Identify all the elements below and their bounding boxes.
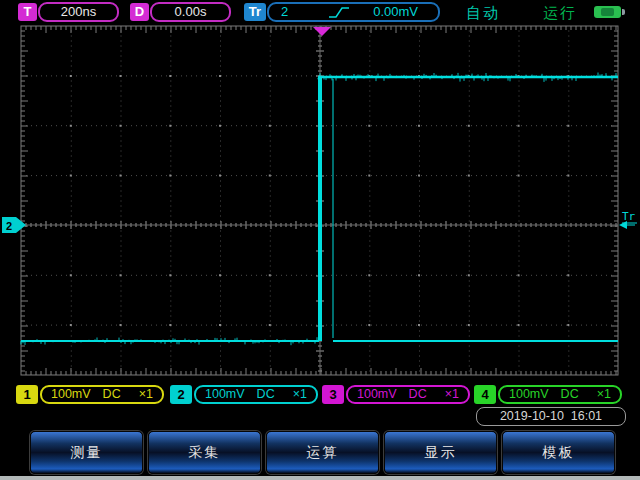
screen-bottom-strip xyxy=(0,476,640,480)
menu-button-acquire[interactable]: 采集 xyxy=(148,431,261,474)
channel-3-badge: 3 xyxy=(322,385,344,404)
channel-4-status[interactable]: 4 100mV DC ×1 xyxy=(474,385,622,404)
channel-3-scale: 100mV xyxy=(357,387,397,402)
oscilloscope-screen: T 200ns D 0.00s Tr 2 0.00mV 自动 运行 2Tr 1 … xyxy=(0,0,640,480)
channel-2-status[interactable]: 2 100mV DC ×1 xyxy=(170,385,318,404)
softkey-menu-bar: 测量 采集 运算 显示 模板 xyxy=(0,429,640,476)
channel-2-coupling: DC xyxy=(257,387,275,402)
channel-1-settings: 100mV DC ×1 xyxy=(40,385,164,404)
channel-1-coupling: DC xyxy=(103,387,121,402)
channel-3-status[interactable]: 3 100mV DC ×1 xyxy=(322,385,470,404)
channel-2-badge: 2 xyxy=(170,385,192,404)
channel-1-probe: ×1 xyxy=(139,387,153,402)
channel-4-probe: ×1 xyxy=(597,387,611,402)
menu-button-display[interactable]: 显示 xyxy=(384,431,497,474)
channel-1-status[interactable]: 1 100mV DC ×1 xyxy=(16,385,164,404)
menu-button-math[interactable]: 运算 xyxy=(266,431,379,474)
channel-2-scale: 100mV xyxy=(205,387,245,402)
menu-button-measure[interactable]: 测量 xyxy=(30,431,143,474)
channel-4-badge: 4 xyxy=(474,385,496,404)
trigger-position-marker[interactable] xyxy=(313,27,331,36)
channel-4-scale: 100mV xyxy=(509,387,549,402)
channel-3-coupling: DC xyxy=(409,387,427,402)
menu-button-template[interactable]: 模板 xyxy=(502,431,615,474)
channel-1-scale: 100mV xyxy=(51,387,91,402)
channel-status-row: 1 100mV DC ×1 2 100mV DC ×1 3 100mV DC ×… xyxy=(0,385,640,405)
channel-3-probe: ×1 xyxy=(445,387,459,402)
channel-4-coupling: DC xyxy=(561,387,579,402)
svg-text:Tr: Tr xyxy=(622,210,636,223)
svg-text:2: 2 xyxy=(6,220,12,232)
channel-2-settings: 100mV DC ×1 xyxy=(194,385,318,404)
channel-3-settings: 100mV DC ×1 xyxy=(346,385,470,404)
trigger-level-marker[interactable]: Tr xyxy=(619,210,637,229)
channel-1-badge: 1 xyxy=(16,385,38,404)
datetime-display: 2019-10-10 16:01 xyxy=(476,407,626,426)
channel-4-settings: 100mV DC ×1 xyxy=(498,385,622,404)
channel-2-probe: ×1 xyxy=(293,387,307,402)
ch2-waveform-trace xyxy=(21,73,618,346)
